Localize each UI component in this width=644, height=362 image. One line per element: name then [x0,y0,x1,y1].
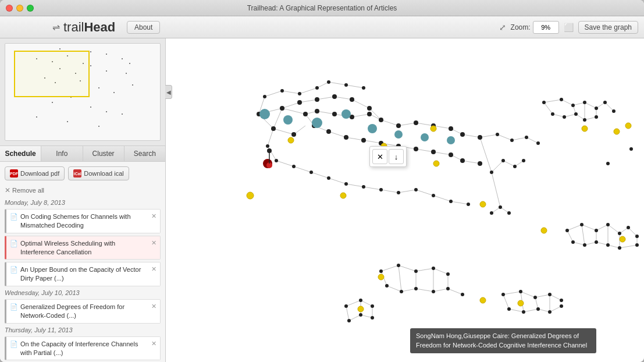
context-download-button[interactable]: ↓ [389,149,404,164]
svg-line-95 [401,289,416,292]
context-download-icon: ↓ [394,152,399,161]
paper-close-3[interactable]: ✕ [151,265,156,273]
svg-point-267 [358,306,364,312]
svg-line-21 [364,140,381,143]
paper-title-1[interactable]: On Coding Schemes for Channels with Mism… [20,212,149,230]
paper-close-2[interactable]: ✕ [151,239,156,247]
svg-point-198 [580,223,583,226]
graph-area[interactable]: ✕ ↓ SongNam Hong,Giuseppe Caire: General… [166,38,644,362]
svg-line-33 [462,161,480,164]
svg-line-119 [361,315,372,318]
svg-point-145 [367,106,372,111]
ical-icon: iCal [73,169,81,178]
paper-title-3[interactable]: An Upper Bound on the Capacity of Vector… [20,265,149,283]
svg-line-49 [381,190,399,193]
about-button[interactable]: About [127,21,160,34]
remove-all-button[interactable]: ✕ Remove all [5,186,161,194]
svg-line-106 [550,294,561,300]
close-button[interactable] [6,5,13,12]
svg-point-171 [309,171,313,174]
svg-point-178 [432,194,435,197]
svg-point-130 [271,126,276,131]
svg-line-11 [317,111,335,114]
svg-line-96 [416,289,433,292]
maximize-button[interactable] [27,5,34,12]
collapse-sidebar-button[interactable]: ◀ [165,85,172,99]
svg-line-81 [596,242,608,245]
svg-point-144 [361,138,366,143]
svg-point-235 [359,313,362,317]
svg-line-107 [503,294,509,309]
paper-close-1[interactable]: ✕ [151,212,156,220]
paper-item-3: 📄 An Upper Bound on the Capacity of Vect… [5,262,161,286]
svg-point-168 [266,144,269,148]
svg-point-212 [414,269,418,273]
minimize-button[interactable] [16,5,23,12]
svg-line-97 [433,289,448,292]
svg-point-255 [288,137,294,143]
context-close-button[interactable]: ✕ [372,149,387,164]
svg-point-149 [396,123,401,128]
svg-line-43 [276,161,294,166]
svg-point-225 [560,299,563,302]
svg-point-261 [582,126,588,132]
paper-close-4[interactable]: ✕ [151,303,156,310]
svg-point-167 [362,86,365,90]
svg-point-134 [303,112,308,116]
paper-icon-1: 📄 [10,213,18,221]
svg-point-176 [397,191,400,194]
svg-point-249 [341,109,351,119]
svg-point-139 [332,94,337,99]
svg-line-89 [381,265,399,271]
svg-point-202 [627,226,630,229]
expand-icon[interactable]: ⤢ [499,23,506,32]
svg-point-254 [247,192,254,199]
svg-line-45 [311,172,329,178]
zoom-label: Zoom: [511,23,531,31]
download-pdf-button[interactable]: PDF Download pdf [5,166,65,180]
paper-title-4[interactable]: Generalized Degrees of Freedom for Netwo… [20,303,149,320]
svg-line-63 [605,102,614,111]
svg-line-65 [553,114,564,117]
svg-line-13 [335,97,352,100]
logo-trail: trail [63,20,84,34]
svg-line-126 [480,137,492,172]
svg-point-232 [359,299,362,302]
svg-line-54 [480,134,497,137]
tab-cluster[interactable]: Cluster [83,146,124,161]
paper-close-5[interactable]: ✕ [151,340,156,347]
svg-line-91 [416,268,433,271]
svg-line-32 [462,134,480,137]
svg-point-233 [371,304,374,308]
zoom-input[interactable] [533,21,559,34]
svg-line-68 [585,117,596,120]
svg-line-110 [538,309,550,312]
svg-line-38 [317,82,329,88]
minimap-canvas[interactable] [5,43,161,141]
paper-title-5[interactable]: On the Capacity of Interference Channels… [20,340,149,357]
svg-line-80 [585,242,596,245]
tab-search[interactable]: Search [124,146,165,161]
tab-schedule[interactable]: Schedule [0,146,41,161]
svg-line-92 [433,268,448,274]
svg-point-132 [291,132,296,137]
svg-point-268 [625,123,631,129]
svg-point-199 [595,229,598,232]
svg-point-240 [490,211,493,215]
logo: ⇌ trailHead [6,20,122,35]
svg-point-263 [620,236,625,242]
download-ical-button[interactable]: iCal Download ical [68,166,129,180]
svg-point-211 [397,264,400,267]
svg-line-118 [349,315,361,321]
svg-point-250 [368,124,377,133]
svg-point-179 [449,200,453,203]
title-bar: Trailhead: A Graphical Representation of… [0,0,644,16]
paper-title-2[interactable]: Optimal Wireless Scheduling with Interfe… [20,239,149,257]
save-graph-button[interactable]: Save the graph [578,21,638,34]
tab-info[interactable]: Info [41,146,83,161]
svg-point-196 [595,115,598,119]
svg-point-260 [430,126,436,132]
svg-line-29 [433,152,451,155]
svg-point-205 [583,243,586,247]
svg-line-99 [399,265,401,292]
